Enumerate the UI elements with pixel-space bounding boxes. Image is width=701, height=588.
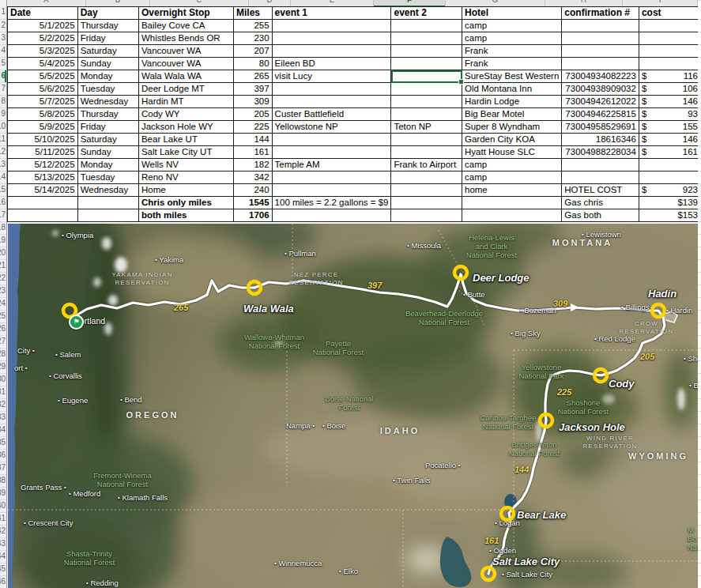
- row-header-44[interactable]: 44: [0, 551, 6, 564]
- sheet-cell[interactable]: Whistles Bends OR: [138, 32, 233, 45]
- row-header-2[interactable]: 2: [0, 20, 6, 32]
- sheet-cell[interactable]: Gas both: [562, 209, 639, 222]
- sheet-cell[interactable]: 5/5/2025: [8, 70, 78, 83]
- sheet-cell[interactable]: Vancouver WA: [138, 45, 233, 58]
- column-header-A[interactable]: A: [7, 0, 86, 6]
- sheet-cell[interactable]: 18616346: [562, 134, 639, 146]
- row-header-10[interactable]: 10: [0, 121, 6, 134]
- column-header-H[interactable]: H: [545, 0, 623, 6]
- row-header-3[interactable]: 3: [0, 32, 6, 45]
- sheet-cell[interactable]: Teton NP: [391, 121, 462, 134]
- sheet-cell[interactable]: Sunday: [77, 58, 138, 70]
- sheet-cell[interactable]: Custer Battlefield: [272, 108, 391, 121]
- sheet-cell[interactable]: 5/8/2025: [8, 108, 78, 121]
- sheet-cell[interactable]: 182: [233, 159, 272, 172]
- sheet-cell[interactable]: $161: [639, 146, 700, 159]
- sheet-cell[interactable]: 207: [233, 45, 272, 58]
- row-header-27[interactable]: 27: [0, 336, 6, 349]
- sheet-cell[interactable]: $106: [639, 83, 700, 96]
- sheet-cell[interactable]: Tuesday: [77, 83, 138, 96]
- row-header-13[interactable]: 13: [0, 159, 6, 172]
- sheet-cell[interactable]: camp: [462, 159, 562, 172]
- column-header-D[interactable]: D: [249, 0, 291, 6]
- sheet-cell[interactable]: 205: [233, 108, 272, 121]
- sheet-cell[interactable]: [391, 32, 462, 45]
- sheet-cell[interactable]: [272, 134, 391, 146]
- row-header-40[interactable]: 40: [0, 500, 6, 513]
- sheet-cell[interactable]: 5/11/2025: [8, 146, 78, 159]
- row-header-28[interactable]: 28: [0, 349, 6, 361]
- sheet-header-cell[interactable]: Hotel: [462, 7, 562, 20]
- sheet-cell[interactable]: [391, 184, 462, 197]
- row-header-7[interactable]: 7: [0, 83, 6, 96]
- sheet-cell[interactable]: [391, 45, 462, 58]
- sheet-header-cell[interactable]: Miles: [233, 7, 272, 20]
- row-header-31[interactable]: 31: [0, 386, 6, 399]
- sheet-cell[interactable]: [272, 45, 391, 58]
- row-header-41[interactable]: 41: [0, 513, 6, 526]
- sheet-cell[interactable]: Salt Lake City UT: [138, 146, 233, 159]
- row-header-45[interactable]: 45: [0, 564, 6, 576]
- sheet-cell[interactable]: [562, 20, 639, 32]
- sheet-cell[interactable]: Hyatt House SLC: [462, 146, 562, 159]
- sheet-cell[interactable]: 1545: [233, 197, 272, 209]
- sheet-cell[interactable]: Super 8 Wyndham: [462, 121, 562, 134]
- sheet-cell[interactable]: 5/9/2025: [8, 121, 78, 134]
- sheet-cell[interactable]: 230: [233, 32, 272, 45]
- column-header-I[interactable]: I: [623, 0, 698, 6]
- sheet-cell[interactable]: Bear Lake UT: [138, 134, 233, 146]
- row-header-15[interactable]: 15: [0, 184, 6, 197]
- row-header-16[interactable]: 16: [0, 197, 6, 209]
- sheet-cell[interactable]: Tuesday: [77, 172, 138, 184]
- sheet-cell[interactable]: 5/1/2025: [8, 20, 78, 32]
- sheet-cell[interactable]: camp: [462, 20, 562, 32]
- sheet-cell[interactable]: 265: [233, 70, 272, 83]
- sheet-cell[interactable]: [639, 58, 700, 70]
- sheet-cell[interactable]: Eileen BD: [272, 58, 391, 70]
- row-header-35[interactable]: 35: [0, 437, 6, 450]
- row-header-24[interactable]: 24: [0, 298, 6, 311]
- sheet-cell[interactable]: 1706: [233, 209, 272, 222]
- sheet-cell[interactable]: $146: [639, 134, 700, 146]
- sheet-cell[interactable]: [639, 32, 700, 45]
- column-header-G[interactable]: G: [446, 0, 545, 6]
- sheet-cell[interactable]: [391, 146, 462, 159]
- sheet-cell[interactable]: Jackson Hole WY: [138, 121, 233, 134]
- sheet-cell[interactable]: [391, 209, 462, 222]
- sheet-cell[interactable]: [272, 32, 391, 45]
- sheet-cell[interactable]: [562, 45, 639, 58]
- row-header-33[interactable]: 33: [0, 412, 6, 424]
- row-header-39[interactable]: 39: [0, 488, 6, 500]
- sheet-cell[interactable]: Friday: [77, 121, 138, 134]
- sheet-cell[interactable]: Garden City KOA: [462, 134, 562, 146]
- sheet-cell[interactable]: Hardin Lodge: [462, 96, 562, 108]
- sheet-cell[interactable]: HOTEL COST: [562, 184, 639, 197]
- row-header-12[interactable]: 12: [0, 146, 6, 159]
- sheet-header-cell[interactable]: confirmation #: [562, 7, 639, 20]
- sheet-cell[interactable]: [562, 58, 639, 70]
- row-header-30[interactable]: 30: [0, 374, 6, 386]
- sheet-cell[interactable]: Frank: [462, 45, 562, 58]
- row-header-42[interactable]: 42: [0, 526, 6, 538]
- sheet-cell[interactable]: 225: [233, 121, 272, 134]
- row-header-4[interactable]: 4: [0, 45, 6, 58]
- sheet-cell[interactable]: [391, 70, 462, 83]
- sheet-cell[interactable]: 342: [233, 172, 272, 184]
- sheet-cell[interactable]: 5/4/2025: [8, 58, 78, 70]
- sheet-cell[interactable]: $155: [639, 121, 700, 134]
- sheet-cell[interactable]: [272, 184, 391, 197]
- sheet-cell[interactable]: SureStay Best Western: [462, 70, 562, 83]
- sheet-cell[interactable]: [562, 172, 639, 184]
- row-header-43[interactable]: 43: [0, 538, 6, 551]
- sheet-cell[interactable]: 73004942612022: [562, 96, 639, 108]
- sheet-cell[interactable]: 5/7/2025: [8, 96, 78, 108]
- sheet-cell[interactable]: [391, 197, 462, 209]
- sheet-header-cell[interactable]: event 2: [391, 7, 462, 20]
- row-header-34[interactable]: 34: [0, 424, 6, 437]
- sheet-header-cell[interactable]: Day: [77, 7, 138, 20]
- sheet-cell[interactable]: 255: [233, 20, 272, 32]
- sheet-cell[interactable]: Deer Lodge MT: [138, 83, 233, 96]
- sheet-cell[interactable]: Reno NV: [138, 172, 233, 184]
- row-header-36[interactable]: 36: [0, 450, 6, 462]
- sheet-cell[interactable]: [272, 146, 391, 159]
